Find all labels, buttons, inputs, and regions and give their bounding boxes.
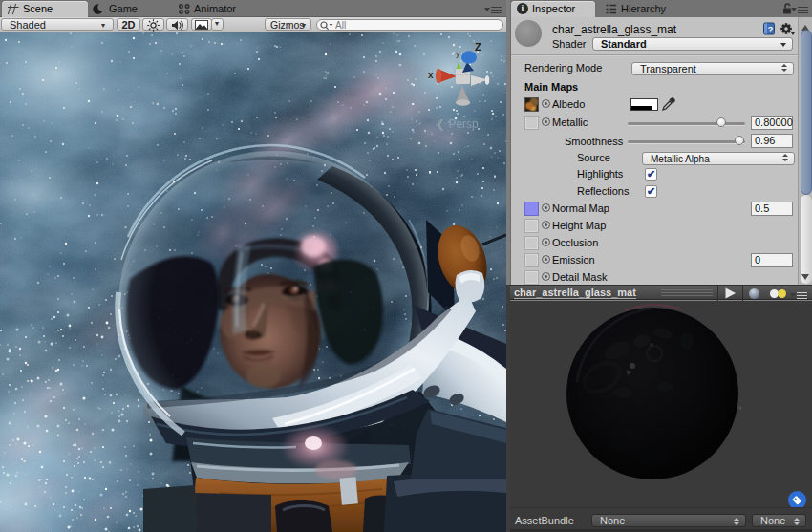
svg-text:❮ Persp: ❮ Persp xyxy=(436,117,479,131)
svg-text:?: ? xyxy=(768,25,774,34)
svg-text:x: x xyxy=(428,70,434,80)
svg-text:y: y xyxy=(456,49,460,58)
svg-text:Z: Z xyxy=(475,41,481,53)
